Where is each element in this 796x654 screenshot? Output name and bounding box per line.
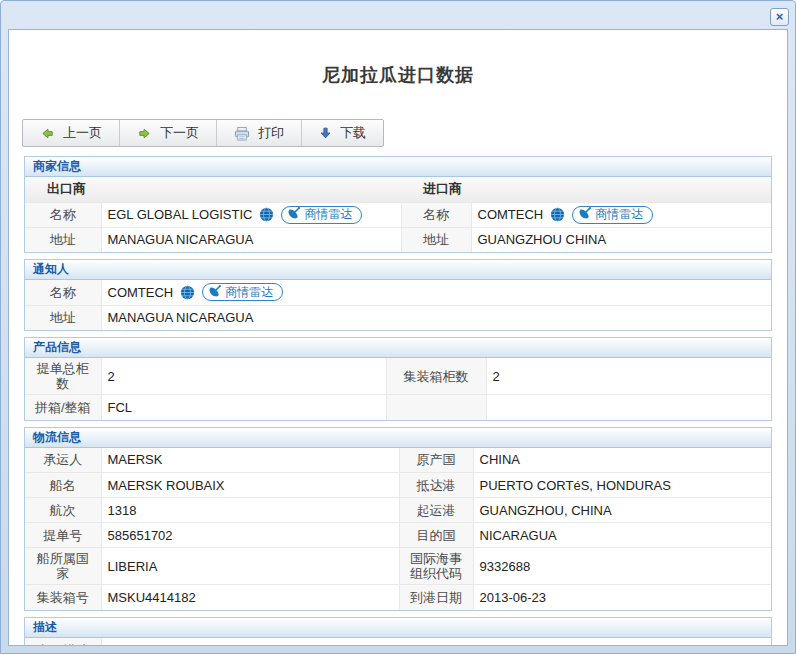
importer-name: COMTECH: [478, 207, 544, 222]
field-label: 船名: [25, 473, 101, 498]
field-label: 目的国: [399, 523, 473, 548]
field-label: 抵达港: [399, 473, 473, 498]
field-value: 1318: [101, 498, 399, 523]
page-title: 尼加拉瓜进口数据: [9, 63, 787, 87]
radar-button[interactable]: 商情雷达: [202, 283, 283, 301]
globe-icon[interactable]: [259, 207, 274, 222]
section-merchant-header: 商家信息: [25, 157, 771, 177]
field-value: 2013-06-23: [473, 585, 771, 610]
field-label: 到港日期: [399, 585, 473, 610]
field-value: LIBERIA: [101, 548, 399, 585]
field-value: CHINA: [473, 448, 771, 473]
field-label: 地址: [25, 227, 101, 252]
notify-address: MANAGUA NICARAGUA: [101, 305, 771, 330]
field-label: 名称: [25, 202, 101, 227]
radar-button[interactable]: 商情雷达: [572, 206, 653, 224]
satellite-dish-icon: [579, 207, 591, 222]
exporter-subheader: 出口商: [25, 177, 401, 202]
field-value: MAERSK: [101, 448, 399, 473]
download-label: 下载: [340, 124, 366, 142]
section-merchant-info: 商家信息 出口商 进口商 名称 EGL GLOBAL LOGISTIC: [24, 156, 772, 253]
field-value: FCL: [101, 395, 386, 420]
next-page-button[interactable]: 下一页: [120, 120, 217, 146]
globe-icon[interactable]: [550, 207, 565, 222]
prev-page-label: 上一页: [63, 124, 102, 142]
importer-name-cell: COMTECH 商情雷达: [471, 202, 771, 227]
field-value: [486, 395, 771, 420]
section-logistics-info: 物流信息 承运人 MAERSK 原产国 CHINA 船名 MAERSK ROUB…: [24, 427, 772, 611]
exporter-name-cell: EGL GLOBAL LOGISTIC 商情雷达: [101, 202, 401, 227]
toolbar: 上一页 下一页 打印 下载: [22, 119, 384, 147]
product-description-value: SISTEMAS DE PODER: [101, 638, 771, 647]
description-table: 产品描述 SISTEMAS DE PODER: [25, 638, 771, 647]
field-label: 提单号: [25, 523, 101, 548]
field-value: PUERTO CORTéS, HONDURAS: [473, 473, 771, 498]
close-icon[interactable]: ×: [770, 8, 789, 26]
download-button[interactable]: 下载: [302, 120, 383, 146]
field-label: 起运港: [399, 498, 473, 523]
satellite-dish-icon: [209, 285, 221, 300]
importer-address: GUANGZHOU CHINA: [471, 227, 771, 252]
notify-name-cell: COMTECH 商情雷达: [101, 280, 771, 305]
section-description: 描述 产品描述 SISTEMAS DE PODER: [24, 617, 772, 647]
field-value: NICARAGUA: [473, 523, 771, 548]
field-label: 集装箱柜数: [386, 358, 486, 395]
section-notify-header: 通知人: [25, 260, 771, 280]
field-label: 拼箱/整箱: [25, 395, 101, 420]
exporter-address: MANAGUA NICARAGUA: [101, 227, 401, 252]
prev-page-button[interactable]: 上一页: [23, 120, 120, 146]
green-arrow-left-icon: [40, 126, 55, 141]
field-label: 产品描述: [25, 638, 101, 647]
radar-button[interactable]: 商情雷达: [281, 206, 362, 224]
merchant-table: 出口商 进口商 名称 EGL GLOBAL LOGISTIC 商情雷达: [25, 177, 771, 252]
field-label: 船所属国家: [25, 548, 101, 585]
field-label: 原产国: [399, 448, 473, 473]
field-label: 名称: [25, 280, 101, 305]
notify-table: 名称 COMTECH 商情雷达 地址 MAN: [25, 280, 771, 330]
field-label: 名称: [401, 202, 471, 227]
green-arrow-right-icon: [137, 126, 152, 141]
field-label: 地址: [25, 305, 101, 330]
field-label: 提单总柜数: [25, 358, 101, 395]
notify-name: COMTECH: [108, 285, 174, 300]
field-label: 航次: [25, 498, 101, 523]
window-titlebar: ×: [1, 1, 795, 29]
exporter-name: EGL GLOBAL LOGISTIC: [108, 207, 253, 222]
logistics-table: 承运人 MAERSK 原产国 CHINA 船名 MAERSK ROUBAIX 抵…: [25, 448, 771, 610]
globe-icon[interactable]: [180, 285, 195, 300]
section-description-header: 描述: [25, 618, 771, 638]
field-value: GUANGZHOU, CHINA: [473, 498, 771, 523]
printer-icon: [234, 126, 250, 141]
blue-arrow-down-icon: [319, 126, 332, 140]
field-label: [386, 395, 486, 420]
print-label: 打印: [258, 124, 284, 142]
print-button[interactable]: 打印: [217, 120, 302, 146]
field-label: 国际海事组织代码: [399, 548, 473, 585]
section-notify-party: 通知人 名称 COMTECH 商情雷达: [24, 259, 772, 331]
field-value: MAERSK ROUBAIX: [101, 473, 399, 498]
field-value: 9332688: [473, 548, 771, 585]
field-value: MSKU4414182: [101, 585, 399, 610]
product-table: 提单总柜数 2 集装箱柜数 2 拼箱/整箱 FCL: [25, 358, 771, 420]
field-label: 承运人: [25, 448, 101, 473]
importer-subheader: 进口商: [401, 177, 771, 202]
field-value: 2: [101, 358, 386, 395]
field-label: 地址: [401, 227, 471, 252]
radar-label: 商情雷达: [304, 206, 352, 223]
section-product-info: 产品信息 提单总柜数 2 集装箱柜数 2 拼箱/整箱 FCL: [24, 337, 772, 421]
field-label: 集装箱号: [25, 585, 101, 610]
section-product-header: 产品信息: [25, 338, 771, 358]
radar-label: 商情雷达: [225, 284, 273, 301]
field-value: 585651702: [101, 523, 399, 548]
next-page-label: 下一页: [160, 124, 199, 142]
field-value: 2: [486, 358, 771, 395]
content-panel: 尼加拉瓜进口数据 上一页 下一页 打印 下载 商家信息: [8, 29, 788, 646]
section-logistics-header: 物流信息: [25, 428, 771, 448]
satellite-dish-icon: [288, 207, 300, 222]
radar-label: 商情雷达: [595, 206, 643, 223]
modal-window: × 尼加拉瓜进口数据 上一页 下一页 打印 下载 商家信息: [0, 0, 796, 654]
